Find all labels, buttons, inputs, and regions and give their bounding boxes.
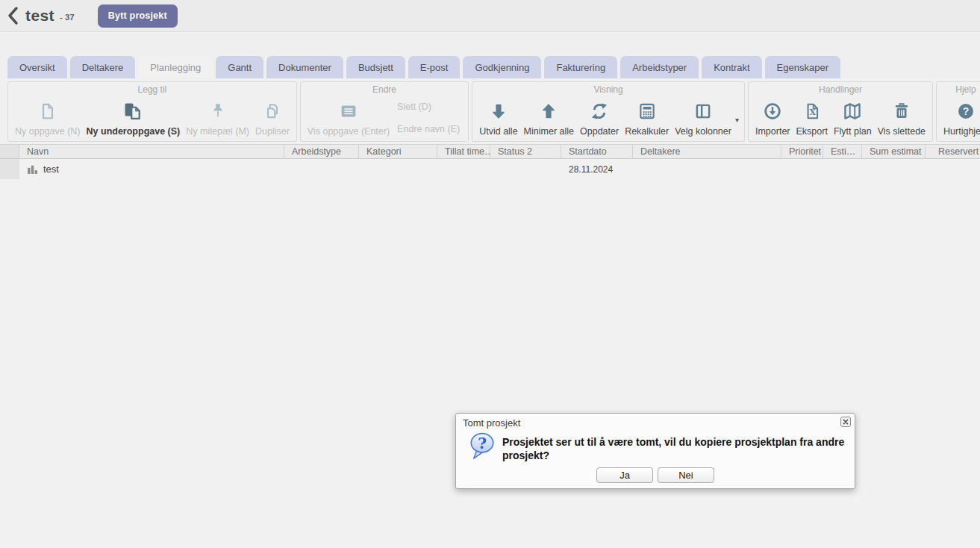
export-icon: X: [802, 98, 822, 125]
question-bubble-icon: ?: [469, 432, 496, 463]
back-button[interactable]: [4, 5, 22, 26]
new-task-icon: [38, 98, 57, 125]
project-icon: [27, 164, 38, 175]
choose-columns-button[interactable]: Velg kolonner: [672, 96, 734, 139]
new-subtask-button[interactable]: Ny underoppgave (S): [84, 96, 184, 139]
expand-all-button[interactable]: Utvid alle: [476, 96, 520, 139]
export-button[interactable]: X Eksport: [793, 96, 831, 139]
column-header-status-2[interactable]: Status 2: [490, 145, 561, 158]
show-deleted-button[interactable]: Vis slettede: [875, 96, 928, 139]
quick-help-button[interactable]: ? Hurtighjelp: [940, 96, 980, 139]
duplicate-button: Dupliser: [252, 96, 293, 139]
dialog-close-button[interactable]: [840, 417, 851, 427]
column-header-estimat[interactable]: Esti…: [823, 145, 862, 158]
ribbon-group-hjelp: Hjelp ? Hurtighjelp: [936, 81, 980, 142]
group-title: Endre: [301, 82, 468, 95]
column-header-kategori[interactable]: Kategori: [359, 145, 437, 158]
button-label: Ny milepæl (M): [186, 126, 249, 139]
ribbon-group-visning: Visning Utvid alle Minimer alle: [472, 81, 745, 142]
yes-button[interactable]: Ja: [596, 467, 653, 483]
tab-gantt[interactable]: Gantt: [216, 56, 263, 78]
column-header-arbeidstype[interactable]: Arbeidstype: [284, 145, 359, 158]
button-label: Flytt plan: [834, 126, 872, 139]
chevron-down-icon[interactable]: ▾: [735, 116, 739, 124]
group-title: Visning: [472, 82, 744, 95]
svg-text:?: ?: [963, 105, 970, 117]
duplicate-icon: [263, 98, 282, 125]
tab-bar: Oversikt Deltakere Planlegging Gantt Dok…: [0, 56, 980, 78]
ribbon-group-handlinger: Handlinger Importer X: [748, 81, 933, 142]
tab-fakturering[interactable]: Fakturering: [544, 56, 617, 78]
no-button[interactable]: Nei: [658, 467, 714, 483]
new-milestone-button: Ny milepæl (M): [183, 96, 252, 139]
column-header-navn[interactable]: Navn: [19, 145, 284, 158]
task-startdato: 28.11.2024: [561, 159, 633, 179]
tab-oversikt[interactable]: Oversikt: [7, 56, 67, 78]
ribbon-toolbar: Legg til Ny oppgave (N): [0, 78, 980, 144]
table-header: Navn Arbeidstype Kategori Tillat time… S…: [0, 144, 980, 159]
new-task-button: Ny oppgave (N): [12, 96, 84, 139]
column-header-reservert[interactable]: Reservert: [926, 145, 980, 158]
tab-kontrakt[interactable]: Kontrakt: [702, 56, 761, 78]
tab-arbeidstyper[interactable]: Arbeidstyper: [620, 56, 699, 78]
button-label: Rekalkuler: [625, 126, 669, 139]
tab-epost[interactable]: E-post: [408, 56, 461, 78]
column-header-sum-estimat[interactable]: Sum estimat: [862, 145, 926, 158]
refresh-button[interactable]: Oppdater: [577, 96, 622, 139]
tab-budsjett[interactable]: Budsjett: [346, 56, 405, 78]
delete-button: Slett (D): [397, 102, 460, 112]
close-icon: [840, 417, 851, 427]
column-header-prioritet[interactable]: Prioritet: [781, 145, 823, 158]
tab-godkjenning[interactable]: Godkjenning: [463, 56, 541, 78]
button-label: Ny oppgave (N): [15, 126, 81, 139]
empty-project-dialog: Tomt prosjekt ? Prosjektet ser ut til å …: [455, 413, 855, 489]
recalculate-button[interactable]: Rekalkuler: [622, 96, 672, 139]
button-label: Utvid alle: [479, 126, 517, 139]
project-number: - 37: [60, 13, 75, 22]
tab-egenskaper[interactable]: Egenskaper: [765, 56, 840, 78]
dialog-title: Tomt prosjekt: [463, 417, 520, 429]
calculator-icon: [637, 98, 657, 125]
tab-deltakere[interactable]: Deltakere: [70, 56, 136, 78]
header-bar: test - 37 Bytt prosjekt: [0, 0, 980, 32]
switch-project-button[interactable]: Bytt prosjekt: [98, 4, 178, 28]
column-header-selector[interactable]: [0, 145, 19, 158]
svg-text:X: X: [809, 108, 815, 116]
button-label: Vis oppgave (Enter): [308, 126, 390, 139]
button-label: Vis slettede: [878, 126, 926, 139]
ribbon-group-endre: Endre Vis oppgave (Enter) Slett (D: [300, 81, 469, 142]
arrow-down-icon: [489, 98, 508, 125]
milestone-pin-icon: [208, 98, 228, 125]
button-label: Hurtighjelp: [943, 126, 980, 139]
view-task-button: Vis oppgave (Enter): [305, 96, 393, 139]
tab-planlegging[interactable]: Planlegging: [138, 56, 213, 78]
import-icon: [763, 98, 782, 125]
group-title: Hjelp: [937, 82, 980, 95]
page-title: test: [25, 7, 54, 25]
table-row[interactable]: test 28.11.2024: [0, 159, 980, 179]
group-title: Legg til: [8, 82, 296, 95]
group-title: Handlinger: [749, 82, 932, 95]
new-subtask-icon: [122, 98, 143, 125]
tab-dokumenter[interactable]: Dokumenter: [266, 56, 343, 78]
button-label: Dupliser: [255, 126, 290, 139]
help-icon: ?: [956, 98, 976, 125]
column-header-tillat-timer[interactable]: Tillat time…: [437, 145, 490, 158]
map-icon: [842, 98, 863, 125]
button-label: Eksport: [796, 126, 828, 139]
import-button[interactable]: Importer: [752, 96, 793, 139]
view-task-icon: [338, 98, 359, 125]
button-label: Importer: [755, 126, 790, 139]
svg-text:?: ?: [478, 435, 487, 452]
column-header-startdato[interactable]: Startdato: [561, 145, 633, 158]
button-label: Minimer alle: [524, 126, 574, 139]
ribbon-group-legg-til: Legg til Ny oppgave (N): [7, 81, 297, 142]
move-plan-button[interactable]: Flytt plan: [831, 96, 875, 139]
button-label: Ny underoppgave (S): [87, 126, 181, 139]
columns-icon: [693, 98, 713, 125]
button-label: Velg kolonner: [675, 126, 731, 139]
refresh-icon: [590, 98, 609, 125]
column-header-deltakere[interactable]: Deltakere: [633, 145, 781, 158]
arrow-up-icon: [539, 98, 558, 125]
collapse-all-button[interactable]: Minimer alle: [521, 96, 577, 139]
